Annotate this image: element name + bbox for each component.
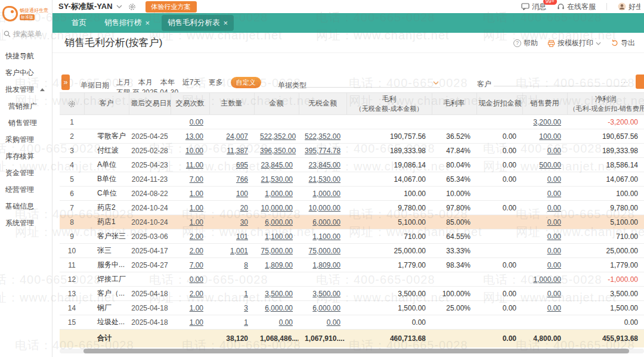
workspace-selector[interactable]: SY-标准版-YAN [58, 1, 122, 12]
cell-link[interactable]: 500.00 [539, 161, 561, 169]
cell-link[interactable]: 3,500.00 [312, 290, 340, 298]
tab-销售毛利分析表[interactable]: 销售毛利分析表× [162, 15, 234, 31]
cell-link[interactable]: 23,845.00 [261, 161, 293, 169]
export-button[interactable]: 导出 [611, 38, 635, 48]
cell-link[interactable]: 100.00 [539, 132, 561, 141]
date-option-上月[interactable]: 上月 [116, 77, 131, 88]
query-button-cut[interactable] [636, 74, 644, 89]
cell-link[interactable]: 1,100.00 [312, 232, 340, 241]
cell-link[interactable]: 30 [240, 218, 248, 226]
cell-link[interactable]: 522,352.00 [260, 132, 296, 141]
cell-link[interactable]: 6,000.00 [312, 218, 340, 226]
cell-link[interactable]: 1,100.00 [265, 232, 293, 241]
cell-link[interactable]: 24,007 [226, 132, 248, 141]
messages-button[interactable]: 消息 99+ [521, 2, 546, 12]
online-support-button[interactable]: 在线客服 [557, 2, 596, 12]
cell-link[interactable]: 1,809.00 [312, 261, 340, 269]
cell-link[interactable]: 766 [236, 175, 248, 184]
cell-link[interactable]: 0.00 [547, 290, 561, 298]
sidebar-item-客户中心[interactable]: 客户中心 [0, 64, 52, 81]
cell-link[interactable]: 2.00 [190, 247, 203, 255]
cell-link[interactable]: 7.00 [190, 261, 203, 269]
cell-link[interactable]: 0.00 [547, 218, 561, 226]
search-input[interactable] [13, 30, 48, 38]
cell-link[interactable]: 0.00 [547, 232, 561, 241]
cell-link[interactable]: 21,530.00 [309, 175, 340, 184]
column-settings-gear-icon[interactable] [60, 93, 84, 115]
cell-link[interactable]: 0.00 [547, 204, 561, 212]
cell-link[interactable]: 8 [244, 261, 248, 269]
help-button[interactable]: ? 帮助 [513, 38, 538, 48]
cell-link[interactable]: 6,000.00 [312, 304, 340, 312]
cell-link[interactable]: 23,845.00 [309, 161, 340, 169]
cell-link[interactable]: 1,000.00 [265, 190, 293, 198]
cell-link[interactable]: 0.00 [190, 275, 203, 284]
date-option-本年[interactable]: 本年 [160, 77, 175, 88]
cell-link[interactable]: 396,350.00 [260, 147, 296, 155]
cell-link[interactable]: 21,530.00 [261, 175, 293, 184]
sidebar-item-批发管理[interactable]: 批发管理 [0, 81, 52, 98]
cell-link[interactable]: 522,352.00 [305, 132, 340, 141]
cell-link[interactable]: 3,500.00 [265, 290, 293, 298]
cell-link[interactable]: 0.00 [547, 261, 561, 269]
cell-link[interactable]: 1.00 [190, 218, 203, 226]
cell-link[interactable]: 2.00 [190, 232, 203, 241]
date-option-本月[interactable]: 本月 [138, 77, 153, 88]
chevron-down-icon[interactable] [116, 5, 122, 8]
cell-link[interactable]: 11,387 [227, 147, 248, 155]
doc-type-select[interactable] [305, 76, 440, 88]
cell-link[interactable]: 75,000.00 [261, 247, 293, 255]
sidebar-item-资金管理[interactable]: 资金管理 [0, 164, 52, 181]
cell-link[interactable]: 3 [244, 304, 248, 312]
cell-link[interactable]: 100 [236, 190, 248, 198]
cell-link[interactable]: 1.00 [190, 190, 203, 198]
sidebar-subitem-销售管理[interactable]: 销售管理 [0, 114, 52, 131]
cell-link[interactable]: 1 [244, 290, 248, 298]
cell-link[interactable]: 1.00 [190, 304, 203, 312]
cell-link[interactable]: 1,000.00 [533, 275, 561, 284]
cell-link[interactable]: 10.00 [185, 147, 203, 155]
cell-link[interactable]: 0.00 [547, 147, 561, 155]
cell-link[interactable]: 20 [240, 204, 248, 212]
customer-input[interactable]: ... [494, 74, 628, 86]
cell-link[interactable]: 101 [236, 232, 248, 241]
print-by-template-button[interactable]: 按模板打印 [547, 38, 601, 48]
cell-link[interactable]: 10,000.00 [309, 204, 340, 212]
sidebar-item-库存核算[interactable]: 库存核算 [0, 148, 52, 164]
cell-link[interactable]: 11.00 [186, 161, 203, 169]
cell-link[interactable]: 6,000.00 [265, 218, 293, 226]
date-option-custom[interactable]: 自定义 [231, 77, 261, 88]
tab-首页[interactable]: 首页 [66, 15, 92, 31]
customer-more-button[interactable]: ... [621, 76, 628, 85]
date-option-近7天[interactable]: 近7天 [182, 77, 201, 88]
cell-link[interactable]: 1 [244, 318, 248, 327]
date-option-更多[interactable]: 更多 [209, 77, 223, 88]
cell-link[interactable]: 0.00 [547, 175, 561, 184]
cell-link[interactable]: 3,200.00 [533, 118, 561, 126]
sidebar-item-经营管理[interactable]: 经营管理 [0, 181, 52, 198]
trial-industry-button[interactable]: 体验行业方案 [145, 1, 197, 13]
gear-icon[interactable] [128, 3, 136, 11]
cell-link[interactable]: 75,000.00 [309, 247, 340, 255]
user-menu[interactable]: 好生 [618, 2, 640, 12]
cell-link[interactable]: 1,809.00 [265, 261, 293, 269]
sidebar-item-基础信息[interactable]: 基础信息 [0, 198, 52, 215]
cell-link[interactable]: 1.00 [190, 204, 203, 212]
app-logo[interactable]: 畅捷通好生意 标准版 [0, 0, 52, 25]
close-icon[interactable]: × [145, 19, 150, 27]
cell-link[interactable]: 0.00 [190, 118, 203, 126]
cell-link[interactable]: 6,000.00 [265, 304, 293, 312]
cell-link[interactable]: 0.00 [547, 247, 561, 255]
cell-link[interactable]: 695 [236, 161, 248, 169]
horizontal-scrollbar[interactable] [60, 349, 644, 353]
cell-link[interactable]: 13.00 [185, 132, 203, 141]
cell-link[interactable]: 10,000.00 [261, 204, 293, 212]
cell-link[interactable]: 0.00 [279, 318, 293, 327]
close-icon[interactable]: × [224, 19, 228, 27]
cell-link[interactable]: 0.00 [547, 190, 561, 198]
cell-link[interactable]: 1,001 [230, 247, 248, 255]
cell-link[interactable]: 395,774.78 [305, 147, 340, 155]
collapse-filter-button[interactable]: » [61, 74, 70, 90]
cell-link[interactable]: 7.00 [190, 175, 203, 184]
cell-link[interactable]: 2.00 [190, 290, 203, 298]
